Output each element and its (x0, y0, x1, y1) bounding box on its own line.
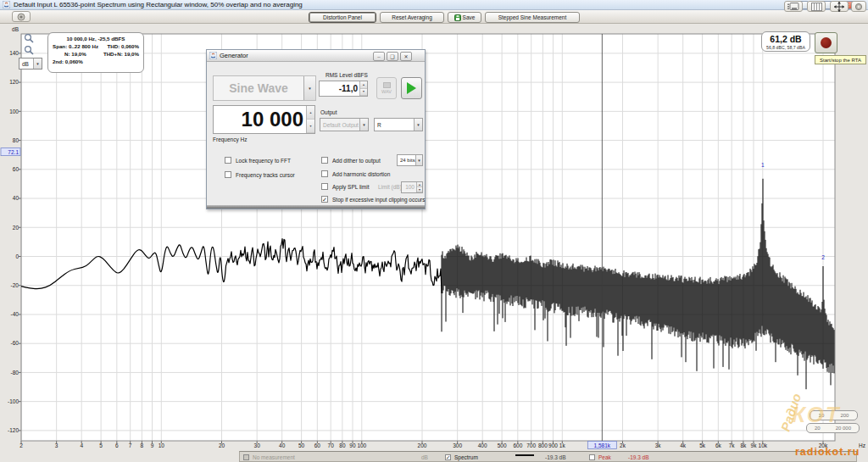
x-tick-label: 200 (418, 443, 427, 448)
x-axis-unit: Hz (859, 443, 865, 448)
x-tick-label: 800 (538, 443, 548, 448)
frequency-label: Frequency Hz (213, 136, 247, 142)
x-tick-label: 20 (219, 443, 225, 448)
no-measurement-checkbox[interactable] (243, 454, 249, 460)
h2-readout: 2nd: 0,060% (53, 58, 83, 64)
plot-border (21, 34, 835, 441)
tracks-cursor-label: Frequency tracks cursor (236, 172, 295, 178)
output-channel-combo[interactable]: R ▼ (374, 118, 423, 131)
rms-level-value: -11,0 (320, 81, 359, 96)
window-title: Default Input L 65536-point Spectrum usi… (14, 1, 303, 8)
gear-icon (854, 3, 863, 11)
spl-value: 61,2 dB (762, 34, 810, 44)
settings-button[interactable] (851, 1, 866, 12)
meter-panel-button[interactable] (784, 1, 803, 12)
y-tick-label: 140 (9, 50, 19, 56)
window-titlebar: Default Input L 65536-point Spectrum usi… (0, 0, 868, 10)
output-device-combo[interactable]: Default Output ▼ (320, 118, 369, 131)
y-tick-label: -120 (8, 427, 19, 433)
generator-toolbar-button[interactable] (12, 11, 31, 22)
bands-panel-button[interactable] (807, 1, 826, 12)
maximize-icon: ❑ (390, 53, 394, 59)
magnifier-icon (24, 45, 34, 55)
y-tick-label: -80 (11, 370, 19, 376)
distortion-panel-label: Distortion Panel (323, 14, 362, 20)
chevron-down-icon: ▼ (414, 119, 422, 131)
rta-record-button[interactable] (815, 32, 837, 53)
signal-type-combo[interactable]: Sine Wave ▼ (213, 75, 316, 101)
y-tick-label: 80 (13, 137, 19, 143)
save-button[interactable]: Save (448, 12, 481, 23)
x-tick-label: 10 (159, 443, 165, 448)
generator-minimize-button[interactable]: – (373, 52, 385, 61)
dialog-resize-edge[interactable] (207, 205, 425, 209)
cursor-readout: 10 000,0 Hz, -25,5 dBFS (53, 36, 139, 42)
save-icon (454, 14, 461, 21)
y-limits-box[interactable]: 10 200 (810, 410, 858, 420)
frequency-spinner[interactable]: 10 000 ▲▼ (213, 105, 315, 134)
y-unit-combo[interactable]: dB ▼ (19, 58, 42, 70)
spinner-down-icon[interactable]: ▼ (417, 187, 422, 192)
x-tick-label: 1k (559, 443, 566, 448)
spl-weighted-values: 56,8 dBC, 58,7 dBA (762, 45, 810, 50)
play-button[interactable] (401, 77, 422, 99)
stepped-sine-button[interactable]: Stepped Sine Measurement (485, 12, 580, 23)
tracks-cursor-checkbox[interactable] (225, 171, 231, 178)
peak-marker-label: 1 (761, 162, 765, 168)
spinner-down-icon[interactable]: ▼ (360, 89, 367, 97)
distortion-panel-button[interactable]: Distortion Panel (309, 12, 376, 23)
x-tick-label: 4 (80, 443, 83, 448)
x-tick-label: 70 (328, 443, 335, 448)
frequency-value: 10 000 (214, 106, 306, 133)
zoom-x-button[interactable] (24, 33, 35, 44)
legend-bar: No measurement dB ✓ Spectrum -19.3 dB Pe… (239, 451, 857, 462)
record-icon (821, 37, 832, 48)
x-limit-low: 20 (815, 426, 821, 431)
generator-dialog: Generator – ❑ ✕ Sine Wave ▼ RMS Level dB… (206, 49, 426, 209)
spinner-up-icon[interactable]: ▲ (360, 81, 367, 89)
y-tick-label: 120 (9, 79, 19, 85)
pan-mode-button[interactable] (830, 1, 849, 12)
x-tick-label: 80 (339, 443, 346, 448)
x-limits-box[interactable]: 20 20 000 (806, 423, 860, 433)
spl-limit-value: 100 (402, 182, 416, 192)
minimize-icon: – (377, 54, 380, 59)
x-tick-label: 6 (115, 443, 119, 448)
spl-limit-checkbox[interactable] (321, 183, 328, 190)
reset-averaging-button[interactable]: Reset Averaging (380, 12, 444, 23)
output-channel-value: R (375, 122, 414, 128)
spinner-down-icon[interactable]: ▼ (307, 120, 314, 133)
y-limit-high: 200 (840, 413, 849, 418)
x-tick-label: 2 (19, 443, 23, 448)
harmonic-distortion-checkbox[interactable] (321, 170, 328, 177)
x-tick-label: 700 (526, 443, 536, 448)
x-tick-label: 40 (279, 443, 286, 448)
rms-level-spinner[interactable]: -11,0 ▲▼ (319, 81, 368, 97)
dither-bits-combo[interactable]: 24 bits ▼ (397, 154, 423, 166)
y-unit-value: dB (19, 61, 33, 67)
spl-limit-spinner[interactable]: 100 ▲▼ (401, 181, 423, 193)
x-tick-label: 30 (254, 443, 261, 448)
x-tick-label: 3 (55, 443, 58, 448)
stop-clipping-checkbox[interactable]: ✓ (321, 196, 328, 203)
dither-checkbox[interactable] (321, 157, 328, 164)
zoom-y-button[interactable] (24, 45, 35, 56)
x-tick-label: 100 (357, 443, 366, 448)
y-tick-label: 0 (15, 253, 19, 259)
x-tick-label: 10k (759, 443, 768, 448)
n-readout: N: 19,0% (64, 51, 86, 57)
wav-button[interactable]: WAV (376, 77, 397, 99)
x-tick-label: 300 (453, 443, 462, 448)
no-measurement-label: No measurement (253, 454, 295, 460)
peak-label: Peak (598, 454, 611, 460)
spectrum-checkbox[interactable]: ✓ (445, 454, 451, 460)
x-tick-label: 900 (548, 443, 558, 448)
lock-frequency-checkbox[interactable] (225, 157, 231, 164)
x-limit-high: 20 000 (836, 426, 851, 431)
cursor-y-label-box (1, 148, 20, 156)
stepped-sine-label: Stepped Sine Measurement (498, 14, 567, 20)
generator-close-button[interactable]: ✕ (400, 52, 412, 61)
spinner-up-icon[interactable]: ▲ (307, 106, 314, 120)
peak-checkbox[interactable] (589, 454, 595, 460)
generator-maximize-button[interactable]: ❑ (387, 52, 398, 61)
